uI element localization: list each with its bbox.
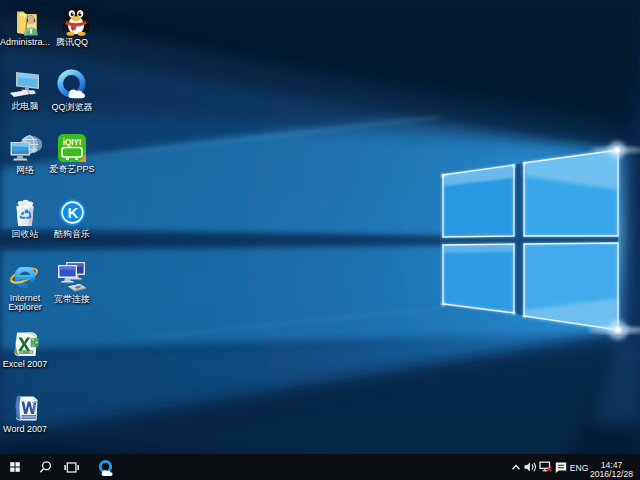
svg-text:2016/12/28: 2016/12/28 <box>590 469 633 479</box>
svg-text:iQIYI: iQIYI <box>63 138 82 147</box>
svg-text:K: K <box>67 204 78 221</box>
svg-text:ENG: ENG <box>570 463 589 473</box>
